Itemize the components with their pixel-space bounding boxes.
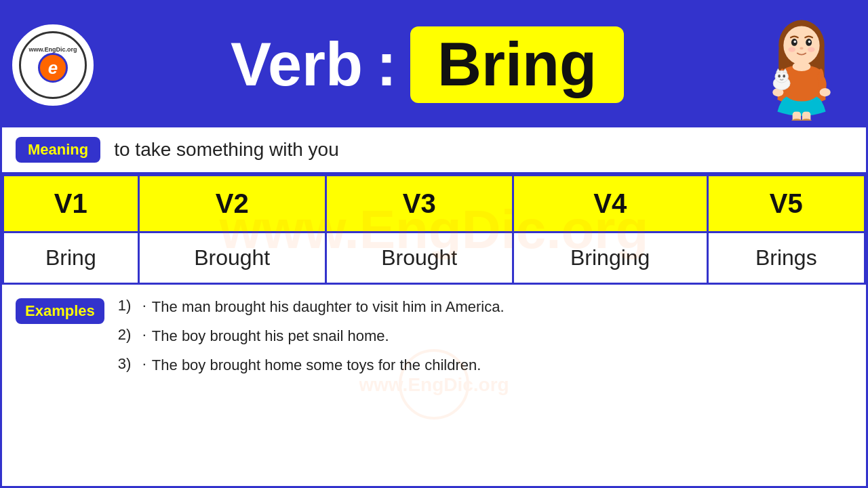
col-v4: V4 [513, 176, 707, 232]
examples-list: 1) · The man brought his daughter to vis… [118, 297, 505, 384]
verb-word: Bring [437, 30, 597, 98]
svg-point-7 [808, 41, 811, 43]
character-svg [751, 12, 852, 121]
example-text-1: The man brought his daughter to visit hi… [152, 297, 505, 318]
example-num-3: 3) [118, 355, 137, 373]
col-v2: V2 [138, 176, 326, 232]
examples-badge: Examples [16, 298, 104, 324]
svg-point-18 [778, 75, 781, 77]
svg-point-11 [793, 62, 811, 71]
header: www.EngDic.org e Verb : Bring [2, 2, 866, 127]
main-container: www.EngDic.org e Verb : Bring [0, 0, 868, 488]
svg-point-13 [820, 88, 831, 96]
header-title-text: Verb : Bring [231, 26, 624, 103]
logo-inner: www.EngDic.org e [19, 31, 87, 99]
col-v3: V3 [326, 176, 513, 232]
example-num-2: 2) [118, 326, 137, 344]
svg-point-23 [800, 119, 812, 121]
col-v5: V5 [707, 176, 865, 232]
val-v3: Brought [326, 232, 513, 284]
meaning-row: Meaning to take something with you [2, 127, 866, 174]
svg-point-19 [783, 75, 785, 77]
logo-website: www.EngDic.org [28, 47, 77, 54]
svg-point-10 [808, 47, 815, 52]
svg-point-8 [800, 47, 803, 50]
table-data-row: Bring Brought Brought Bringing Brings [3, 232, 865, 284]
svg-point-22 [791, 119, 803, 121]
svg-point-6 [793, 41, 796, 43]
verb-label: Verb [231, 30, 363, 100]
list-item: 2) · The boy brought his pet snail home. [118, 326, 505, 347]
bullet-1: · [142, 297, 146, 314]
svg-point-3 [783, 26, 819, 64]
bullet-2: · [142, 326, 146, 344]
logo-letter: e [38, 53, 68, 83]
example-text-3: The boy brought home some toys for the c… [152, 355, 481, 376]
bullet-3: · [142, 355, 146, 373]
val-v5: Brings [707, 232, 865, 284]
example-num-1: 1) [118, 297, 137, 314]
val-v4: Bringing [513, 232, 707, 284]
logo: www.EngDic.org e [12, 24, 94, 106]
svg-point-9 [788, 47, 795, 52]
meaning-badge: Meaning [16, 137, 100, 163]
list-item: 1) · The man brought his daughter to vis… [118, 297, 505, 318]
colon: : [376, 30, 397, 100]
character-illustration [747, 9, 856, 121]
col-v1: V1 [3, 176, 139, 232]
verb-table-wrapper: V1 V2 V3 V4 V5 Bring Brought Brought Bri… [2, 174, 866, 285]
bring-badge: Bring [410, 26, 624, 103]
meaning-text: to take something with you [114, 139, 339, 161]
verb-table: V1 V2 V3 V4 V5 Bring Brought Brought Bri… [2, 174, 866, 285]
val-v2: Brought [138, 232, 326, 284]
example-text-2: The boy brought his pet snail home. [152, 326, 389, 347]
header-title: Verb : Bring [94, 26, 747, 103]
list-item: 3) · The boy brought home some toys for … [118, 355, 505, 376]
val-v1: Bring [3, 232, 139, 284]
examples-row: www.EngDic.org Examples 1) · The man bro… [2, 285, 866, 486]
table-header-row: V1 V2 V3 V4 V5 [3, 176, 865, 232]
